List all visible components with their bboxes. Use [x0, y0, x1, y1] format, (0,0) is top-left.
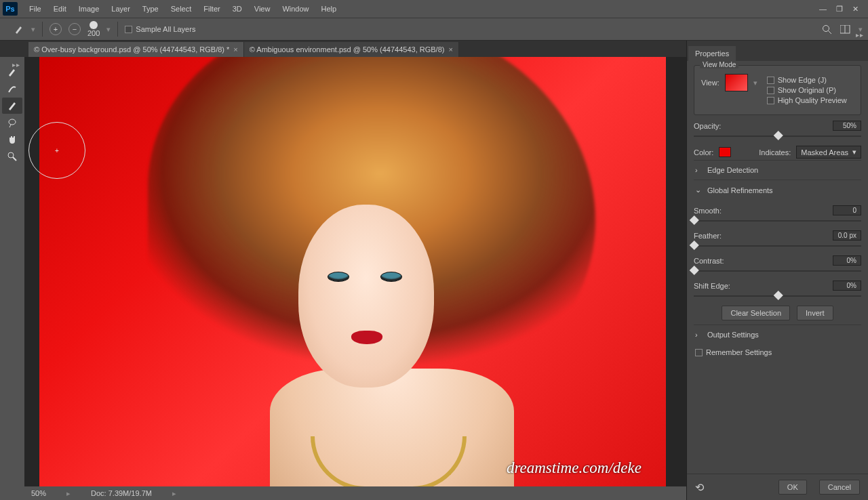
zoom-level[interactable]: 50%	[31, 489, 46, 497]
hand-tool[interactable]	[2, 131, 22, 148]
tab-close-icon[interactable]: ×	[233, 45, 237, 54]
properties-panel: ▸▸ Properties View Mode View: ▾ Show Edg…	[686, 41, 868, 500]
refine-edge-brush-tool[interactable]	[2, 81, 22, 97]
view-label: View:	[701, 79, 719, 87]
tab-label: © Ambiguous environment.psd @ 50% (44744…	[250, 45, 445, 54]
brush-size-value: 200	[87, 29, 100, 37]
menu-edit[interactable]: Edit	[47, 0, 73, 18]
color-label: Color:	[694, 148, 713, 157]
contrast-slider[interactable]	[694, 267, 861, 275]
show-original-checkbox[interactable]: Show Original (P)	[767, 86, 847, 94]
edge-detection-section[interactable]: › Edge Detection	[694, 160, 861, 180]
menu-window[interactable]: Window	[276, 0, 315, 18]
panel-footer: ⟲ OK Cancel	[687, 474, 868, 500]
restore-icon[interactable]: ❐	[836, 5, 843, 14]
lasso-tool[interactable]	[2, 114, 22, 131]
smooth-value[interactable]: 0	[833, 205, 861, 215]
minimize-icon[interactable]: —	[819, 5, 827, 14]
menu-help[interactable]: Help	[315, 0, 343, 18]
options-bar: ▾ + − 200 ▾ Sample All Layers ▾	[0, 18, 868, 41]
view-mode-group: View Mode View: ▾ Show Edge (J) Show Ori…	[694, 65, 861, 115]
reset-icon[interactable]: ⟲	[695, 481, 704, 494]
opacity-slider[interactable]	[694, 132, 861, 140]
sample-all-layers-checkbox[interactable]: Sample All Layers	[125, 25, 195, 34]
chevron-down-icon: ⌄	[695, 186, 702, 194]
properties-tab[interactable]: Properties	[688, 46, 736, 61]
menu-image[interactable]: Image	[73, 0, 106, 18]
feather-label: Feather:	[694, 232, 722, 240]
menu-view[interactable]: View	[248, 0, 277, 18]
watermark-text: dreamstime.com/deke	[507, 459, 642, 477]
chevron-down-icon: ▾	[852, 148, 856, 157]
smooth-label: Smooth:	[694, 207, 722, 215]
document-tab[interactable]: © Over-busy background.psd @ 50% (447445…	[28, 42, 244, 57]
brush-cursor	[28, 122, 85, 179]
feather-slider[interactable]	[694, 242, 861, 250]
shift-edge-slider[interactable]	[694, 292, 861, 300]
zoom-tool[interactable]	[2, 148, 22, 165]
close-icon[interactable]: ✕	[852, 5, 859, 14]
clear-selection-button[interactable]: Clear Selection	[722, 306, 790, 320]
contrast-value[interactable]: 0%	[833, 255, 861, 266]
tab-close-icon[interactable]: ×	[448, 45, 452, 54]
workspace: ▸▸ dreamstime.com/deke 50% ▸ Doc: 7.39M/…	[0, 57, 686, 500]
contrast-label: Contrast:	[694, 257, 724, 265]
invert-button[interactable]: Invert	[797, 306, 833, 320]
menu-type[interactable]: Type	[136, 0, 165, 18]
menu-file[interactable]: File	[23, 0, 47, 18]
menubar: Ps File Edit Image Layer Type Select Fil…	[0, 0, 868, 18]
opacity-value[interactable]: 50%	[833, 121, 861, 131]
show-edge-checkbox[interactable]: Show Edge (J)	[767, 76, 847, 84]
cancel-button[interactable]: Cancel	[819, 480, 860, 495]
svg-point-0	[823, 25, 829, 31]
remember-settings-checkbox[interactable]: Remember Settings	[695, 348, 861, 356]
view-thumbnail[interactable]	[725, 74, 748, 91]
brush-tool[interactable]	[2, 98, 22, 114]
feather-value[interactable]: 0.0 px	[833, 230, 861, 241]
shift-edge-label: Shift Edge:	[694, 282, 730, 290]
svg-line-1	[829, 30, 832, 34]
document-tab[interactable]: © Ambiguous environment.psd @ 50% (44744…	[244, 42, 459, 57]
chevron-down-icon[interactable]: ▾	[753, 79, 757, 87]
menu-layer[interactable]: Layer	[105, 0, 136, 18]
tab-label: © Over-busy background.psd @ 50% (447445…	[34, 45, 229, 54]
chevron-right-icon: ›	[695, 331, 702, 339]
mask-color-swatch[interactable]	[719, 147, 731, 157]
smooth-slider[interactable]	[694, 217, 861, 225]
indicates-dropdown[interactable]: Masked Areas▾	[796, 146, 861, 159]
global-refinements-section[interactable]: ⌄ Global Refinements	[694, 180, 861, 200]
app-logo: Ps	[3, 2, 18, 16]
canvas[interactable]: dreamstime.com/deke	[39, 57, 666, 489]
indicates-label: Indicates:	[759, 148, 791, 157]
quick-selection-icon[interactable]	[14, 24, 24, 35]
view-mode-title: View Mode	[700, 61, 738, 68]
arrange-documents-icon[interactable]	[840, 25, 850, 34]
panel-tabs: Properties	[687, 41, 868, 61]
search-icon[interactable]	[822, 24, 832, 35]
svg-line-6	[13, 157, 16, 161]
brush-preset-picker[interactable]: 200	[87, 21, 100, 37]
output-settings-section[interactable]: › Output Settings	[694, 325, 861, 344]
subtract-from-selection-button[interactable]: −	[68, 23, 81, 35]
toolbar-grip-icon[interactable]: ▸▸	[12, 61, 20, 68]
doc-size: Doc: 7.39M/19.7M	[91, 489, 152, 497]
ok-button[interactable]: OK	[778, 480, 807, 495]
chevron-right-icon: ›	[695, 166, 702, 174]
menu-3d[interactable]: 3D	[226, 0, 248, 18]
menu-select[interactable]: Select	[165, 0, 198, 18]
canvas-area[interactable]: dreamstime.com/deke	[24, 57, 686, 486]
hq-preview-checkbox[interactable]: High Quality Preview	[767, 96, 847, 104]
add-to-selection-button[interactable]: +	[50, 23, 62, 35]
opacity-label: Opacity:	[694, 122, 721, 130]
svg-point-5	[8, 152, 14, 158]
select-and-mask-toolbar: ▸▸	[0, 57, 24, 500]
shift-edge-value[interactable]: 0%	[833, 280, 861, 291]
svg-point-4	[9, 119, 16, 125]
status-bar: 50% ▸ Doc: 7.39M/19.7M ▸	[24, 486, 686, 500]
menu-filter[interactable]: Filter	[197, 0, 226, 18]
